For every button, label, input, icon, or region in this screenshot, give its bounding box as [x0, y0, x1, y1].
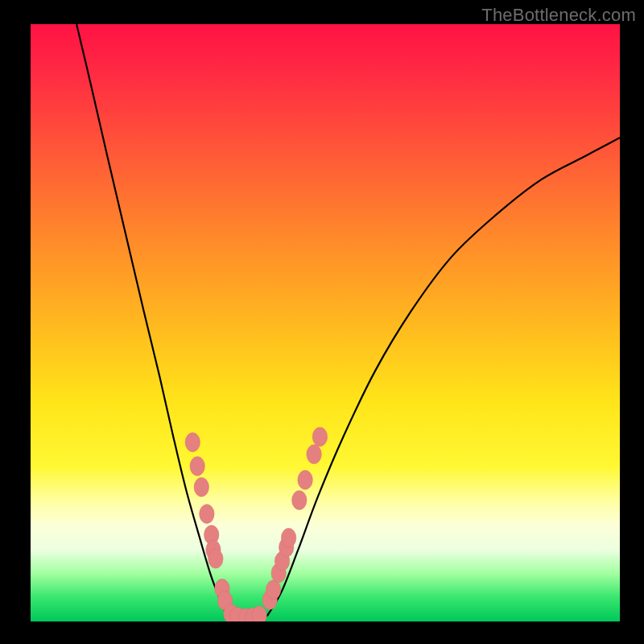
- watermark-text: TheBottleneck.com: [481, 5, 636, 26]
- scatter-dot: [266, 580, 280, 600]
- chart-frame: TheBottleneck.com: [0, 0, 644, 644]
- curve-left-branch: [76, 24, 227, 616]
- scatter-dot: [194, 477, 208, 497]
- curve-layer: [31, 24, 620, 621]
- plot-area: [31, 24, 620, 621]
- scatter-dot: [298, 470, 312, 489]
- scatter-dot: [312, 427, 327, 447]
- scatter-dot: [185, 433, 200, 452]
- scatter-dot: [208, 549, 223, 568]
- scatter-dots: [185, 427, 328, 621]
- curve-right-branch: [267, 138, 620, 616]
- scatter-dot: [190, 456, 204, 476]
- scatter-dot: [292, 491, 307, 510]
- scatter-dot: [307, 444, 321, 464]
- scatter-dot: [281, 528, 295, 547]
- scatter-dot: [200, 505, 214, 524]
